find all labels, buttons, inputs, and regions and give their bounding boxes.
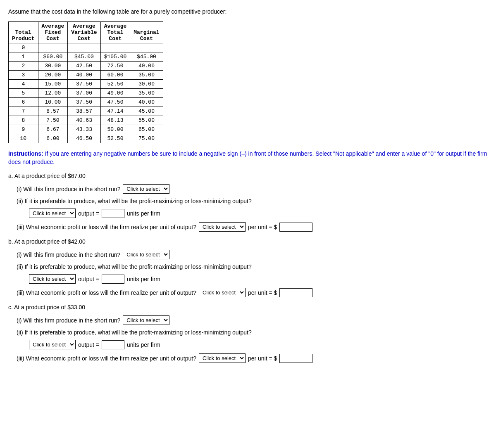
table-cell: 47.14 <box>100 107 130 116</box>
table-cell: 45.00 <box>130 107 163 116</box>
table-cell: 50.00 <box>100 125 130 134</box>
table-cell: 10.00 <box>38 98 68 107</box>
section-c-q1-select[interactable]: Click to select Yes No Not applicable <box>123 315 169 325</box>
section-b-q3-text: (iii) What economic profit or loss will … <box>17 289 196 296</box>
section-b-q2-select[interactable]: Click to select Yes No Not applicable <box>29 274 76 284</box>
section-c-q1-block: (i) Will this firm produce in the short … <box>17 315 488 325</box>
table-cell <box>68 43 100 52</box>
intro-text: Assume that the cost data in the followi… <box>8 8 488 15</box>
section-a-q2-select[interactable]: Click to select Yes No Not applicable <box>29 209 76 218</box>
section-a-per-unit-label: per unit = $ <box>248 224 277 230</box>
instructions: Instructions: If you are entering any ne… <box>8 150 488 166</box>
section-a-output-label: output = <box>78 210 99 217</box>
table-row: 230.0042.5072.5040.00 <box>9 62 163 71</box>
table-cell: 12.00 <box>38 89 68 98</box>
section-a-q1-row: (i) Will this firm produce in the short … <box>17 184 488 194</box>
section-b-q3-select[interactable]: Click to select Profit Loss Not applicab… <box>199 288 246 297</box>
section-b-per-unit-label: per unit = $ <box>248 289 277 296</box>
table-cell: 52.50 <box>100 80 130 89</box>
section-b-q2-row: Click to select Yes No Not applicable ou… <box>29 274 488 284</box>
section-b-q3-row: (iii) What economic profit or loss will … <box>17 288 488 297</box>
table-cell: 38.57 <box>68 107 100 116</box>
table-cell: 35.00 <box>130 89 163 98</box>
table-cell: 37.50 <box>68 98 100 107</box>
table-cell <box>38 43 68 52</box>
table-row: 320.0040.0060.0035.00 <box>9 71 163 80</box>
table-cell <box>100 43 130 52</box>
section-c-label: c. At a product price of $33.00 <box>8 304 488 311</box>
section-b-q1-block: (i) Will this firm produce in the short … <box>17 250 488 259</box>
section-c-q1-row: (i) Will this firm produce in the short … <box>17 315 488 325</box>
section-a-q3-block: (iii) What economic profit or loss will … <box>17 222 488 232</box>
col-header-afc: AverageFixedCost <box>38 22 68 43</box>
table-cell: 8.57 <box>38 107 68 116</box>
table-cell: 49.00 <box>100 89 130 98</box>
section-c-output-input[interactable] <box>102 340 124 349</box>
table-cell: $45.00 <box>130 52 163 62</box>
section-c-q3-input[interactable] <box>279 354 312 363</box>
table-cell: 40.00 <box>130 62 163 71</box>
section-a-q2-block: (ii) If it is preferable to produce, wha… <box>17 198 488 218</box>
table-cell: 72.50 <box>100 62 130 71</box>
section-c: c. At a product price of $33.00 (i) Will… <box>8 304 488 363</box>
section-b-output-input[interactable] <box>102 275 124 284</box>
section-b-q1-row: (i) Will this firm produce in the short … <box>17 250 488 259</box>
table-cell: 0 <box>9 43 38 52</box>
table-cell: 30.00 <box>38 62 68 71</box>
table-cell: 9 <box>9 125 38 134</box>
section-c-units-label: units per firm <box>127 341 160 348</box>
section-a-q3-text: (iii) What economic profit or loss will … <box>17 224 196 230</box>
table-cell: 6.00 <box>38 134 68 143</box>
section-a-q3-select[interactable]: Click to select Profit Loss Not applicab… <box>199 222 246 232</box>
table-cell: 1 <box>9 52 38 62</box>
instructions-bold: Instructions: <box>8 150 43 157</box>
table-cell: 48.13 <box>100 116 130 125</box>
section-b-q1-select[interactable]: Click to select Yes No Not applicable <box>123 250 169 259</box>
table-cell: 5 <box>9 89 38 98</box>
section-b-q2-block: (ii) If it is preferable to produce, wha… <box>17 263 488 284</box>
table-row: 1$60.00$45.00$105.00$45.00 <box>9 52 163 62</box>
table-row: 106.0046.5052.5075.00 <box>9 134 163 143</box>
section-a-q1-select[interactable]: Click to select Yes No Not applicable <box>123 184 169 194</box>
table-cell: $60.00 <box>38 52 68 62</box>
table-cell: 75.00 <box>130 134 163 143</box>
table-cell: 60.00 <box>100 71 130 80</box>
table-cell: 42.50 <box>68 62 100 71</box>
section-c-q2-text: (ii) If it is preferable to produce, wha… <box>17 329 488 336</box>
section-a-q1-block: (i) Will this firm produce in the short … <box>17 184 488 194</box>
table-cell: 47.50 <box>100 98 130 107</box>
section-b-units-label: units per firm <box>127 276 160 282</box>
table-cell: 40.00 <box>130 98 163 107</box>
table-cell: 7.50 <box>38 116 68 125</box>
col-header-mc: MarginalCost <box>130 22 163 43</box>
section-c-per-unit-label: per unit = $ <box>248 355 277 362</box>
section-c-q3-text: (iii) What economic profit or loss will … <box>17 355 196 362</box>
table-cell: 15.00 <box>38 80 68 89</box>
section-b-q3-block: (iii) What economic profit or loss will … <box>17 288 488 297</box>
section-a-output-input[interactable] <box>102 209 124 218</box>
table-cell: 35.00 <box>130 71 163 80</box>
table-cell: $45.00 <box>68 52 100 62</box>
table-cell: 46.50 <box>68 134 100 143</box>
table-cell: 37.50 <box>68 80 100 89</box>
table-cell: 40.63 <box>68 116 100 125</box>
section-a-q2-text: (ii) If it is preferable to produce, wha… <box>17 198 488 204</box>
table-row: 78.5738.5747.1445.00 <box>9 107 163 116</box>
table-cell: 7 <box>9 107 38 116</box>
section-b-label: b. At a product price of $42.00 <box>8 238 488 245</box>
table-cell: 6 <box>9 98 38 107</box>
section-c-q2-select[interactable]: Click to select Yes No Not applicable <box>29 340 76 349</box>
section-b-q3-input[interactable] <box>279 288 312 297</box>
table-cell: 52.50 <box>100 134 130 143</box>
table-row: 0 <box>9 43 163 52</box>
table-row: 96.6743.3350.0065.00 <box>9 125 163 134</box>
table-cell: 4 <box>9 80 38 89</box>
table-cell: 37.00 <box>68 89 100 98</box>
section-a: a. At a product price of $67.00 (i) Will… <box>8 173 488 232</box>
table-cell: 6.67 <box>38 125 68 134</box>
col-header-total-product: TotalProduct <box>9 22 38 43</box>
section-a-q2-row: Click to select Yes No Not applicable ou… <box>29 209 488 218</box>
table-cell <box>130 43 163 52</box>
section-c-q3-select[interactable]: Click to select Profit Loss Not applicab… <box>199 353 246 363</box>
section-a-q3-input[interactable] <box>279 223 312 232</box>
